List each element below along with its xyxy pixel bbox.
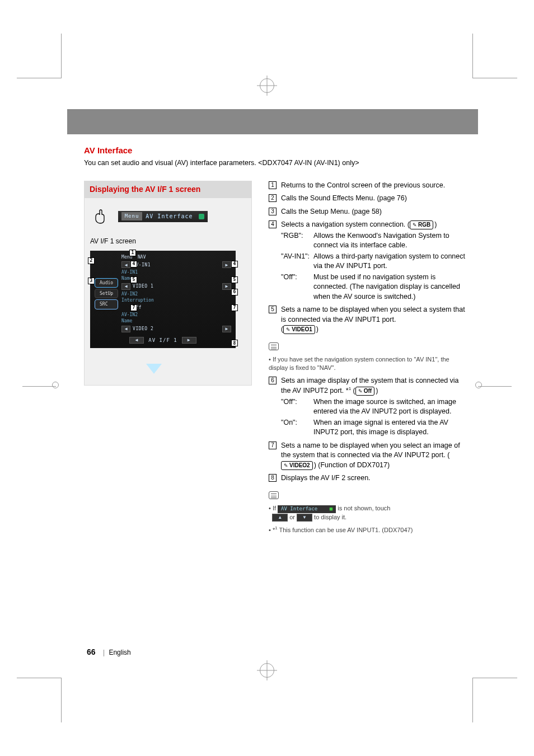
row2-value: VIDEO 1 xyxy=(133,283,153,289)
left-column: Displaying the AV I/F 1 screen Menu AV I… xyxy=(84,181,252,538)
callout-3: 3 xyxy=(88,278,95,284)
continue-arrow-icon xyxy=(146,364,162,374)
opt-avin1-key: "AV-IN1": xyxy=(281,252,310,271)
opt6-off-key: "Off": xyxy=(281,397,310,417)
row3-sub: Interruption xyxy=(121,298,154,303)
item-6-tail: ) xyxy=(376,387,378,395)
callout-2: 2 xyxy=(88,257,95,264)
opt6-on-val: When an image signal is entered via the … xyxy=(313,418,467,438)
panel-heading: Displaying the AV I/F 1 screen xyxy=(84,181,252,199)
opt-avin1-val: Allows a third-party navigation system t… xyxy=(313,252,467,271)
mini-av-interface-bar: AV Interface ■ xyxy=(278,505,336,513)
note-8a: • If AV Interface ■ is not shown, touch … xyxy=(269,504,467,522)
item-7: Sets a name to be displayed when you sel… xyxy=(281,441,467,471)
opt6-off-val: When the image source is switched, an im… xyxy=(313,397,467,417)
bottom-right-arrow-icon: ▶ xyxy=(182,337,196,344)
menu-button-label: Menu xyxy=(121,212,143,220)
gutter-mark-right xyxy=(478,386,512,387)
callout-5r: 5 xyxy=(231,276,238,283)
item-4-tail: ) xyxy=(434,220,437,228)
crop-mark-bl xyxy=(17,678,62,722)
num-7: 7 xyxy=(269,442,277,449)
callout-4l: 4 xyxy=(130,261,137,267)
callout-8: 8 xyxy=(231,340,238,346)
item-2: Calls the Sound Effects Menu. (page 76) xyxy=(281,194,467,204)
section-title: AV Interface xyxy=(84,144,467,156)
item-8: Displays the AV I/F 2 screen. xyxy=(281,473,467,483)
num-1: 1 xyxy=(269,181,277,189)
default-rgb: RGB xyxy=(410,220,433,229)
right-arrow-icon: ▶ xyxy=(222,326,231,332)
gutter-mark-left xyxy=(22,386,56,387)
num-5: 5 xyxy=(269,306,277,313)
tab-audio: Audio xyxy=(95,278,118,288)
num-4: 4 xyxy=(269,220,277,228)
panel-body: Menu AV Interface AV I/F 1 screen 1 Audi… xyxy=(84,198,252,386)
tab-setup: SetUp xyxy=(95,289,118,298)
footer-language: English xyxy=(109,649,130,656)
opt6-on-key: "On": xyxy=(281,418,310,438)
row3-label: AV-IN2 xyxy=(121,292,138,297)
item-6-open: ( xyxy=(351,387,355,395)
registration-mark-top xyxy=(260,78,274,93)
item-7-tail: ) (Function of DDX7017) xyxy=(314,461,390,469)
left-arrow-icon: ◀ xyxy=(121,326,130,332)
right-arrow-icon: ▶ xyxy=(222,261,231,268)
num-8: 8 xyxy=(269,474,277,482)
section-subtitle: You can set audio and visual (AV) interf… xyxy=(84,158,467,168)
header-gray-bar xyxy=(67,109,478,134)
item-6: Sets an image display of the system that… xyxy=(281,376,467,438)
num-2: 2 xyxy=(269,194,277,202)
opt-rgb-key: "RGB": xyxy=(281,231,310,251)
tab-src: SRC xyxy=(95,299,118,309)
row4-sub: Name xyxy=(121,318,132,323)
menu-strip-indicator xyxy=(199,214,204,219)
left-arrow-icon: ◀ xyxy=(121,261,130,268)
row4-label: AV-IN2 xyxy=(121,312,138,317)
registration-mark-bottom xyxy=(260,663,274,678)
default-video1: VIDEO1 xyxy=(283,325,315,334)
crop-mark-tr xyxy=(472,34,517,78)
bottom-left-arrow-icon: ◀ xyxy=(129,337,144,344)
crop-mark-tl xyxy=(17,34,62,78)
hand-icon xyxy=(90,205,110,228)
crop-mark-br xyxy=(472,678,517,722)
note-8b: • *1 This function can be use AV INPUT1.… xyxy=(269,525,467,534)
default-video2: VIDEO2 xyxy=(281,461,313,470)
row2-label: AV-IN1 xyxy=(121,270,138,275)
page-number: 66 xyxy=(87,647,96,656)
item-3: Calls the Setup Menu. (page 58) xyxy=(281,207,467,217)
left-arrow-icon: ◀ xyxy=(121,283,130,290)
item-1: Returns to the Control screen of the pre… xyxy=(281,181,467,191)
default-off: Off xyxy=(355,387,374,396)
screenshot-caption: AV I/F 1 screen xyxy=(90,237,246,246)
item-4: Selects a navigation system connection. … xyxy=(281,220,467,302)
nav-label: NAV xyxy=(138,255,146,260)
down-arrow-icon: ▼ xyxy=(297,514,312,522)
opt-rgb-val: Allows the Kenwood's Navigation System t… xyxy=(313,231,467,251)
item-7-text: Sets a name to be displayed when you sel… xyxy=(281,442,460,459)
opt-off-key: "Off": xyxy=(281,273,310,302)
opt-off-val: Must be used if no navigation system is … xyxy=(313,273,467,302)
callout-7l: 7 xyxy=(130,304,137,311)
page-footer: 66 | English xyxy=(87,647,131,658)
footer-separator: | xyxy=(103,649,105,656)
note-icon xyxy=(269,342,279,350)
item-4-lead: Selects a navigation system connection. … xyxy=(281,220,410,228)
page-content: AV Interface You can set audio and visua… xyxy=(84,144,467,538)
num-6: 6 xyxy=(269,377,277,384)
note-5: • If you have set the navigation system … xyxy=(269,355,467,373)
num-3: 3 xyxy=(269,208,277,215)
row4-value: VIDEO 2 xyxy=(133,326,153,332)
item-5-text: Sets a name to be displayed when you sel… xyxy=(281,306,465,323)
menu-strip-label: AV Interface xyxy=(146,213,193,220)
menu-strip: Menu AV Interface xyxy=(118,211,208,222)
right-column: 1Returns to the Control screen of the pr… xyxy=(269,181,467,538)
note-icon xyxy=(269,491,279,499)
callout-1: 1 xyxy=(129,250,136,256)
callout-4r: 4 xyxy=(231,261,238,267)
callout-5l: 5 xyxy=(130,276,137,283)
up-arrow-icon: ▲ xyxy=(272,514,288,522)
bottom-label: AV I/F 1 xyxy=(148,337,177,344)
item-5: Sets a name to be displayed when you sel… xyxy=(281,305,467,335)
